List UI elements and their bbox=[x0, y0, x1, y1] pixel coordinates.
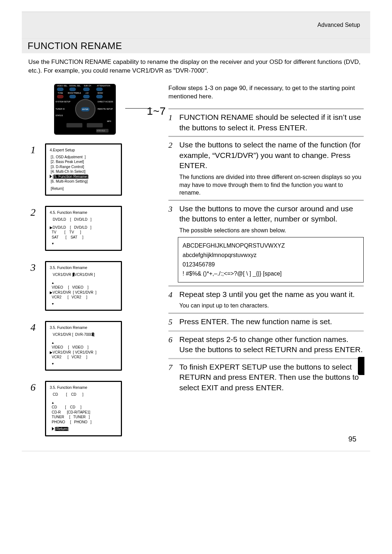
remote-illustration: 1~7 VIDEO SEL. SIGNAL SEL. SUB CH ATTENU… bbox=[52, 84, 135, 135]
screen-row: 1 4.Expert Setup [1. OSD Adjustment ] [2… bbox=[30, 143, 159, 196]
osd-line: [3. D-Range Control] bbox=[50, 164, 117, 170]
thumb-index-tab bbox=[358, 357, 364, 375]
remote-button bbox=[66, 123, 82, 127]
remote-label: SUB CH bbox=[84, 85, 91, 87]
osd-edit-value: VCR1/DVR bbox=[74, 273, 93, 277]
step: 1 FUNCTION RENAME should be selected if … bbox=[168, 112, 364, 133]
charbox-line: ABCDEFGHIJKLMNOPQRSTUVWXYZ bbox=[183, 241, 359, 250]
osd-line: VIDEO [ VIDEO ] bbox=[50, 285, 117, 290]
left-column: 1~7 VIDEO SEL. SIGNAL SEL. SUB CH ATTENU… bbox=[28, 84, 159, 436]
osd-line: TUNER [ TUNER ] bbox=[50, 415, 117, 420]
remote-label: +10 bbox=[85, 92, 89, 94]
remote-button bbox=[83, 87, 90, 91]
remote-button bbox=[57, 95, 64, 98]
osd-line: VIDEO [ VIDEO ] bbox=[50, 345, 117, 350]
osd-line: ▶VCR1/DVR [ VCR1/DVR ] bbox=[50, 290, 117, 295]
remote-button bbox=[69, 95, 76, 98]
step-number: 7 bbox=[168, 362, 175, 393]
osd-line: ▶DVD/LD [ DVD/LD ] bbox=[50, 225, 117, 230]
step-number: 6 bbox=[168, 334, 175, 355]
remote-button bbox=[96, 95, 103, 98]
osd-line: CD [ CD ] bbox=[50, 392, 117, 397]
remote-button bbox=[87, 123, 103, 127]
step-text: Repeat step 3 until you get the name as … bbox=[179, 290, 355, 298]
osd-scroll-down: ▾ bbox=[50, 301, 117, 306]
osd-line: SAT [ SAT ] bbox=[50, 235, 117, 240]
osd-line: DVD/LD [ DVD/LD ] bbox=[50, 217, 117, 222]
section-title: FUNCTION RENAME bbox=[28, 40, 364, 52]
right-column: Follow steps 1-3 on page 90, if necessar… bbox=[168, 84, 364, 436]
osd-title: 3.5. Function Rename bbox=[50, 325, 117, 330]
remote-nav-circle: ENTER bbox=[75, 99, 95, 119]
osd-line: ▶VCR1/DVR [ VCR1/DVR ] bbox=[50, 350, 117, 355]
page-frame: Advanced Setup FUNCTION RENAME Use the F… bbox=[22, 12, 370, 451]
remote-label: SIGNAL SEL. bbox=[69, 85, 81, 87]
step-body: Repeat step 3 until you get the name as … bbox=[179, 289, 364, 310]
step-note: The functions are divided into three dif… bbox=[179, 173, 364, 197]
step-number: 3 bbox=[168, 204, 175, 235]
step-body: FUNCTION RENAME should be selected if it… bbox=[179, 112, 364, 133]
charbox-line: ! #$%& ()*+,–./:;<=>?@[ \ ] _{|} [space] bbox=[183, 269, 359, 278]
page-number: 95 bbox=[348, 435, 356, 443]
osd-scroll-up: ▴ bbox=[50, 280, 117, 285]
osd-scroll-down: ▾ bbox=[50, 361, 117, 366]
screen-step-number: 3 bbox=[30, 262, 38, 273]
osd-screen: 4.5. Function Rename DVD/LD [ DVD/LD ] ▶… bbox=[45, 206, 122, 251]
text-cursor-icon bbox=[92, 333, 94, 336]
osd-edit-label: VCR1/DVR bbox=[53, 273, 71, 277]
screen-step-number: 1 bbox=[30, 144, 38, 156]
osd-return-line: [Return] bbox=[50, 427, 117, 432]
remote-callout: 1~7 bbox=[147, 105, 166, 117]
remote-button bbox=[69, 87, 76, 91]
step: 3 Use the buttons to move the cursor aro… bbox=[168, 204, 364, 235]
step-body: Press ENTER. The new function name is se… bbox=[179, 317, 364, 327]
step-number: 5 bbox=[168, 317, 175, 327]
osd-edit-line: VCR1/DVR [VCR1/DVR ] bbox=[50, 272, 117, 277]
osd-highlight: Return bbox=[56, 427, 68, 431]
osd-line: CD-R [CD-R/TAPE1] bbox=[50, 410, 117, 415]
charbox-line: abcdefghijklmnopqrstuvwxyz bbox=[183, 250, 359, 260]
screen-step-number: 4 bbox=[30, 322, 38, 333]
screen-row: 2 4.5. Function Rename DVD/LD [ DVD/LD ]… bbox=[30, 206, 159, 251]
screen-row: 6 3.5. Function Rename CD [ CD ] ▴ CD [ … bbox=[30, 381, 159, 436]
step-text: Use the buttons to select the name of th… bbox=[179, 140, 361, 170]
separator bbox=[168, 313, 364, 314]
separator bbox=[168, 136, 364, 137]
remote-label: BAND bbox=[98, 92, 103, 94]
separator bbox=[168, 330, 364, 331]
section-name: Advanced Setup bbox=[318, 22, 360, 28]
separator bbox=[168, 358, 364, 359]
intro-paragraph: Use the FUNCTION RENAME capability to re… bbox=[22, 53, 370, 84]
osd-title: 3.5. Function Rename bbox=[50, 265, 117, 270]
remote-label: SYSTEM SETUP bbox=[56, 101, 70, 103]
header-band: Advanced Setup bbox=[22, 12, 370, 38]
osd-screen: 4.Expert Setup [1. OSD Adjustment ] [2. … bbox=[45, 143, 122, 196]
remote-label: BASS/TREBLE bbox=[68, 92, 81, 94]
remote-label: MPX bbox=[107, 120, 111, 122]
character-set-box: ABCDEFGHIJKLMNOPQRSTUVWXYZ abcdefghijklm… bbox=[178, 237, 364, 282]
step-number: 1 bbox=[168, 112, 175, 133]
remote-label: STATUS bbox=[56, 114, 63, 117]
screen-step-number: 2 bbox=[30, 207, 38, 218]
osd-line: TV [ TV ] bbox=[50, 230, 117, 235]
osd-line: [1. OSD Adjustment ] bbox=[50, 155, 117, 160]
step: 6 Repeat steps 2-5 to change other funct… bbox=[168, 334, 364, 355]
osd-scroll-up: ▴ bbox=[50, 340, 117, 345]
osd-screen: 3.5. Function Rename VCR1/DVR [ DVR-7000… bbox=[45, 321, 122, 371]
charbox-line: 0123456789 bbox=[183, 260, 359, 269]
remote-label: TUNER ID bbox=[56, 108, 65, 110]
lead-text: Follow steps 1-3 on page 90, if necessar… bbox=[168, 84, 364, 101]
osd-line-selected: [5. Function Rename] bbox=[50, 174, 117, 179]
osd-line: [Return] bbox=[50, 186, 117, 191]
osd-title: 4.Expert Setup bbox=[50, 147, 117, 152]
separator bbox=[168, 200, 364, 201]
osd-edit-value: DVR-7000 bbox=[75, 333, 92, 337]
separator bbox=[168, 285, 364, 286]
remote-button bbox=[83, 95, 90, 98]
osd-edit-label: VCR1/DVR bbox=[53, 333, 71, 337]
osd-screen: 3.5. Function Rename CD [ CD ] ▴ CD [ CD… bbox=[45, 381, 122, 436]
osd-edit-line: VCR1/DVR [ DVR-7000] bbox=[50, 332, 117, 337]
pointer-icon bbox=[50, 175, 52, 178]
osd-scroll-up: ▴ bbox=[50, 400, 117, 405]
osd-line: VCR2 [ VCR2 ] bbox=[50, 295, 117, 300]
